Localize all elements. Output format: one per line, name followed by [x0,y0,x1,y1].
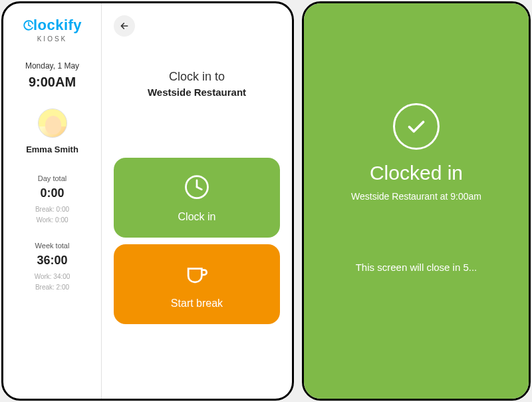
clock-icon [182,172,211,204]
sidebar: lockify KIOSK Monday, 1 May 9:00AM Emma … [3,3,102,399]
check-icon [404,114,428,138]
confirm-panel: Clocked in Westside Restaurant at 9:00am… [304,3,529,399]
current-date: Monday, 1 May [25,61,79,71]
svg-line-5 [197,187,201,190]
week-total-label: Week total [9,242,96,250]
current-time: 9:00AM [25,75,79,90]
day-total-label: Day total [9,174,96,182]
user-name: Emma Smith [26,144,78,154]
start-break-button[interactable]: Start break [114,244,280,324]
check-circle-icon [393,103,440,150]
svg-line-2 [29,25,31,27]
brand-name: lockify [23,17,82,34]
cup-icon [182,259,211,291]
totals: Day total 0:00 Break: 0:00 Work: 0:00 We… [9,174,96,309]
week-total-value: 36:00 [9,254,96,268]
week-work: Work: 34:00 [9,272,96,282]
kiosk-confirm-screen: Clocked in Westside Restaurant at 9:00am… [302,1,531,401]
clockin-location: Westside Restaurant [114,87,280,98]
start-break-label: Start break [171,298,223,309]
arrow-left-icon [119,21,130,31]
clock-in-label: Clock in [178,211,216,223]
day-total-block: Day total 0:00 Break: 0:00 Work: 0:00 [9,174,96,226]
clockin-title: Clock in to [114,70,280,84]
confirm-subtitle: Westside Restaurant at 9:00am [351,191,481,202]
brand-sub: KIOSK [37,35,68,43]
week-break: Break: 2:00 [9,282,96,293]
day-work: Work: 0:00 [9,215,96,226]
day-break: Break: 0:00 [9,204,96,215]
clockin-header: Clock in to Westside Restaurant [114,70,280,98]
avatar [38,108,67,138]
brand-logo: lockify KIOSK [23,17,82,43]
back-button[interactable] [114,15,135,37]
date-time: Monday, 1 May 9:00AM [25,61,79,90]
day-total-value: 0:00 [9,186,96,200]
kiosk-main-screen: lockify KIOSK Monday, 1 May 9:00AM Emma … [1,1,294,401]
confirm-footer: This screen will close in 5... [356,262,477,273]
clock-in-button[interactable]: Clock in [114,158,280,238]
week-total-block: Week total 36:00 Work: 34:00 Break: 2:00 [9,242,96,293]
confirm-title: Clocked in [370,162,463,184]
main-panel: Clock in to Westside Restaurant Clock in [102,3,292,399]
